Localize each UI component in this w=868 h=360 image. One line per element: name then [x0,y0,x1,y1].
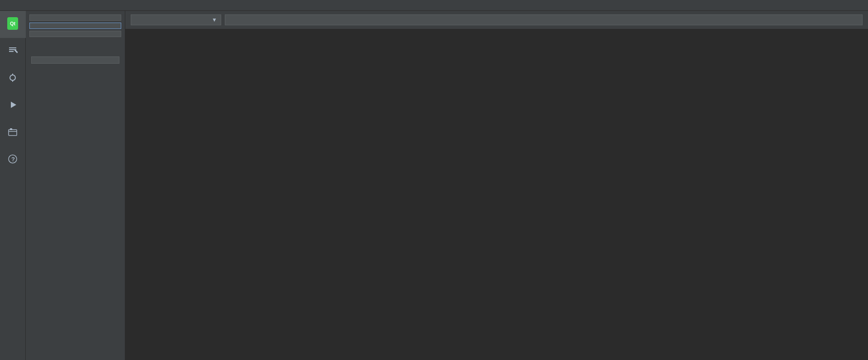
menu-analyze[interactable] [31,0,38,10]
svg-text:?: ? [11,156,15,163]
svg-point-4 [10,75,15,80]
new-to-qt-section [29,46,121,67]
left-panel [26,11,125,360]
sidebar-item-help[interactable]: ? [0,146,26,173]
svg-marker-7 [11,102,16,108]
menu-tools[interactable] [38,0,45,10]
svg-rect-3 [14,50,18,53]
menu-debug[interactable] [24,0,31,10]
menu-help[interactable] [52,0,60,10]
projects-icon [7,126,18,137]
svg-rect-0 [9,47,16,48]
help-icon: ? [7,154,18,164]
menu-window[interactable] [45,0,52,10]
content-area: ▼ [125,11,868,360]
menu-build[interactable] [16,0,24,10]
examples-grid [125,29,868,360]
search-input[interactable] [225,14,863,25]
debug-icon [7,99,18,110]
tutorials-button[interactable] [29,31,121,37]
svg-rect-2 [9,51,14,52]
sidebar-item-edit[interactable] [0,38,26,65]
dropdown-arrow-icon: ▼ [212,17,217,23]
sidebar-item-debug[interactable] [0,92,26,119]
qt-logo-icon: Qt [7,18,18,29]
get-started-button[interactable] [31,56,119,64]
menu-file[interactable] [2,0,9,10]
examples-button[interactable] [29,23,121,29]
svg-rect-8 [9,130,17,136]
sidebar-item-projects[interactable] [0,119,26,146]
sidebar-item-design[interactable] [0,65,26,92]
sidebar: Qt [0,11,26,360]
menu-bar [0,0,868,11]
content-toolbar: ▼ [125,11,868,29]
edit-icon [7,45,18,56]
projects-button[interactable] [29,14,121,21]
sidebar-item-welcome[interactable]: Qt [0,11,26,38]
design-icon [7,72,18,83]
kit-selector[interactable]: ▼ [131,14,221,25]
svg-rect-9 [10,128,12,130]
menu-edit[interactable] [9,0,16,10]
